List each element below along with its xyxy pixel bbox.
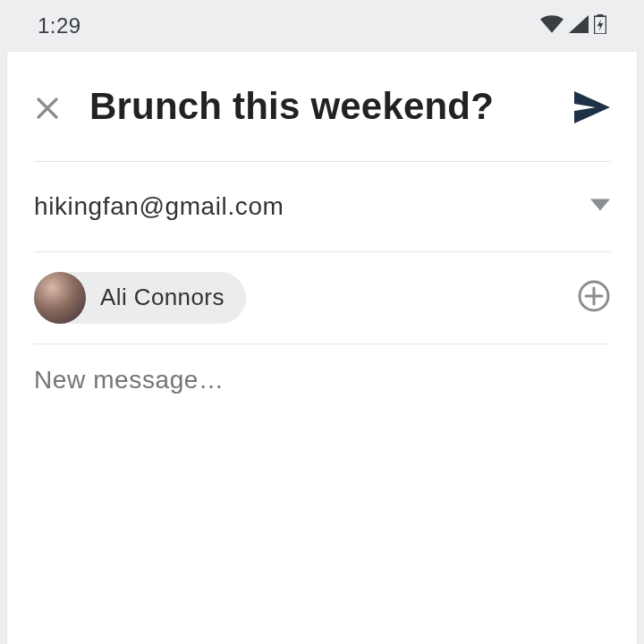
send-button[interactable] — [574, 84, 610, 127]
compose-card: Brunch this weekend? hikingfan@gmail.com… — [7, 52, 637, 644]
battery-icon — [594, 14, 606, 38]
recipient-chip[interactable]: Ali Connors — [34, 272, 246, 324]
close-button[interactable] — [34, 84, 61, 125]
from-email: hikingfan@gmail.com — [34, 192, 284, 221]
subject-text[interactable]: Brunch this weekend? — [89, 84, 546, 129]
from-row[interactable]: hikingfan@gmail.com — [7, 162, 637, 251]
status-time: 1:29 — [38, 13, 81, 38]
message-body-area[interactable] — [7, 344, 637, 644]
wifi-icon — [540, 15, 564, 37]
status-bar: 1:29 — [0, 0, 644, 52]
to-row: Ali Connors — [7, 252, 637, 343]
compose-header: Brunch this weekend? — [7, 52, 637, 161]
status-icons — [540, 14, 606, 38]
cellular-icon — [569, 15, 589, 37]
avatar — [34, 272, 86, 324]
add-recipient-button[interactable] — [578, 280, 610, 316]
message-body-input[interactable] — [34, 366, 610, 394]
recipient-name: Ali Connors — [100, 284, 225, 311]
from-dropdown-caret[interactable] — [590, 199, 610, 215]
